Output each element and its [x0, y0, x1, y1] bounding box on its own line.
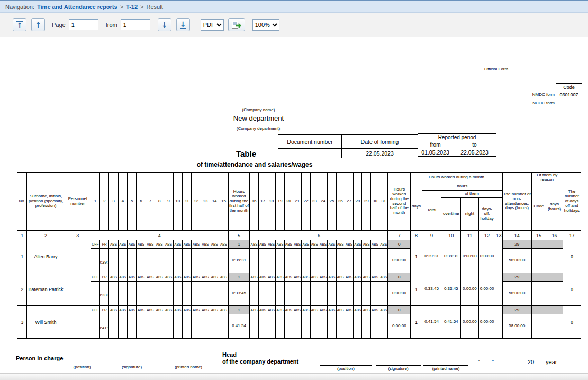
night-hours-cell: 0:00:00	[461, 306, 479, 339]
day-code-cell: ABS	[336, 240, 345, 249]
second-half-days-cell: 0	[388, 273, 411, 282]
code-box-header: Code	[556, 83, 582, 91]
day-code-cell: ABS	[276, 306, 284, 314]
day-hours-cell	[91, 314, 99, 339]
day-hours-cell	[210, 249, 219, 273]
export-button[interactable]	[228, 18, 245, 31]
day-hours-cell	[118, 282, 127, 306]
day-hours-cell	[336, 314, 345, 339]
total-pages-input[interactable]	[121, 19, 150, 30]
timesheet-header-cell: 12	[192, 173, 201, 231]
day-hours-cell	[267, 249, 276, 273]
company-department-line	[191, 125, 326, 125]
reason-code-cell	[531, 240, 546, 249]
day-hours-cell	[250, 282, 258, 306]
timesheet-header-cell: Hours worked during a month	[411, 173, 502, 183]
day-code-cell: ABS	[276, 273, 284, 282]
first-page-button[interactable]: ↑	[13, 18, 26, 31]
day-hours-cell	[370, 314, 379, 339]
report-title: Table	[236, 149, 256, 158]
timesheet-header-cell: 4	[118, 173, 127, 231]
day-code-cell: ABS	[319, 273, 327, 282]
total-hours-cell: 0:41:54	[422, 306, 441, 339]
timesheet-header-cell: 27	[345, 173, 353, 231]
day-hours-cell	[192, 314, 201, 339]
employee-name-cell: Will Smith	[27, 306, 65, 339]
arrow-up-bar-icon: ↑	[16, 21, 23, 29]
personnel-number-cell	[65, 306, 91, 339]
timesheet-header-cell: No.	[17, 173, 27, 231]
day-hours-cell	[293, 314, 301, 339]
day-hours-cell	[201, 282, 210, 306]
day-hours-cell	[137, 249, 146, 273]
timesheet-header-cell: Hours worked during the first half of th…	[228, 173, 250, 231]
timesheet-header-cell: 5	[128, 173, 137, 231]
day-code-cell: ABS	[173, 240, 182, 249]
page-label: Page	[52, 22, 66, 28]
last-page-button[interactable]: ↓	[176, 18, 190, 31]
day-code-cell: ABS	[118, 240, 127, 249]
day-hours-cell	[276, 249, 284, 273]
timesheet-header-cell: 19	[276, 173, 284, 231]
day-code-cell: ABS	[109, 306, 118, 314]
day-code-cell: ABS	[201, 273, 210, 282]
night-hours-cell: 0:00:00	[461, 240, 479, 273]
day-hours-cell	[310, 282, 319, 306]
day-code-cell: ABS	[319, 306, 327, 314]
day-code-cell: ABS	[146, 306, 155, 314]
non-attendance-days-cell: 29	[502, 273, 531, 282]
days-off-hours-cell: 0:00:00	[478, 240, 495, 273]
day-code-cell: ABS	[302, 240, 310, 249]
day-code-cell: ABS	[210, 240, 219, 249]
day-code-cell: ABS	[310, 240, 319, 249]
day-hours-cell	[201, 314, 210, 339]
reported-period-header: Reported period	[418, 134, 496, 141]
day-code-cell: ABS	[250, 306, 258, 314]
reason-code-cell	[531, 273, 546, 282]
year-prefix: 20	[528, 359, 534, 365]
arrow-down-bar-icon: ↓	[180, 21, 186, 29]
days-off-hours-cell: 0:00:00	[478, 273, 495, 306]
day-code-cell: ABS	[284, 240, 293, 249]
total-hours-cell: 0:39:31	[422, 240, 441, 273]
day-code-cell: ABS	[182, 273, 191, 282]
day-hours-cell	[336, 282, 345, 306]
day-code-cell: ABS	[258, 306, 267, 314]
day-code-cell: PR	[100, 273, 109, 282]
page-input[interactable]	[69, 19, 98, 30]
column-number-cell: 10	[441, 231, 461, 240]
day-code-cell: ABS	[302, 273, 310, 282]
overtime-hours-cell: 0:39:31	[441, 240, 461, 273]
nav-link-time-attendance-reports[interactable]: Time and Attendance reports	[37, 4, 117, 10]
nav-link-t12[interactable]: T-12	[126, 4, 138, 10]
timesheet-header-cell: 2	[100, 173, 109, 231]
signature-line: (position)	[60, 364, 104, 369]
days-off-holidays-cell: 0	[563, 306, 581, 339]
export-format-select[interactable]: PDF	[201, 19, 224, 31]
day-hours-cell	[118, 314, 127, 339]
day-code-cell: ABS	[128, 240, 137, 249]
first-half-hours-cell: 0:41:54	[228, 314, 250, 339]
date-blank-line	[495, 359, 526, 365]
month-days-cell: 1	[411, 240, 422, 273]
zoom-select[interactable]: 100%	[252, 19, 279, 31]
day-hours-cell	[310, 249, 319, 273]
next-page-button[interactable]: ↓	[158, 18, 171, 31]
day-hours-cell	[319, 314, 327, 339]
signature-line: (printed name)	[159, 364, 218, 369]
day-code-cell: ABS	[219, 273, 228, 282]
previous-page-button[interactable]: ↑	[31, 18, 45, 31]
signature-line: (printed name)	[423, 365, 468, 371]
day-code-cell: ABS	[182, 240, 191, 249]
day-code-cell: PR	[100, 306, 109, 314]
day-hours-cell	[258, 249, 267, 273]
day-hours-cell	[192, 249, 201, 273]
day-code-cell: ABS	[258, 273, 267, 282]
day-hours-cell	[267, 314, 276, 339]
date-of-forming-value: 22.05.2023	[342, 149, 418, 158]
horizontal-scrollbar[interactable]	[0, 373, 588, 380]
document-number-value	[278, 149, 342, 158]
day-code-cell: ABS	[258, 240, 267, 249]
day-hours-cell	[284, 314, 293, 339]
day-hours-cell	[362, 282, 370, 306]
